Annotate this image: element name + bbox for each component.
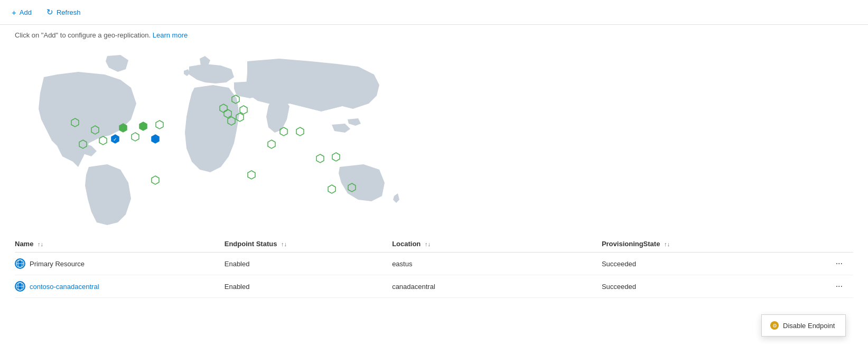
cell-endpoint-status: Enabled (225, 275, 392, 298)
svg-marker-0 (71, 118, 79, 127)
svg-marker-15 (240, 106, 247, 114)
svg-text:✓: ✓ (113, 137, 117, 142)
table-header-row: Name ↑↓ Endpoint Status ↑↓ Location ↑↓ P… (15, 236, 853, 253)
svg-marker-13 (228, 117, 235, 125)
data-table: Name ↑↓ Endpoint Status ↑↓ Location ↑↓ P… (15, 236, 853, 298)
cell-provisioning-state: Succeeded (602, 275, 811, 298)
col-header-name[interactable]: Name ↑↓ (15, 236, 225, 253)
resource-name[interactable]: contoso-canadacentral (30, 283, 99, 291)
sort-icon-location: ↑↓ (425, 241, 431, 247)
svg-marker-7 (132, 133, 139, 141)
svg-marker-18 (268, 140, 275, 148)
col-header-provisioning[interactable]: ProvisioningState ↑↓ (602, 236, 811, 253)
table-row: contoso-canadacentralEnabledcanadacentra… (15, 275, 853, 298)
map-marker[interactable] (151, 134, 160, 144)
info-bar: Click on "Add" to configure a geo-replic… (0, 25, 868, 45)
refresh-button[interactable]: ↻ Refresh (43, 5, 84, 19)
map-marker[interactable] (118, 123, 128, 133)
sort-icon-provisioning: ↑↓ (664, 241, 670, 247)
map-marker[interactable] (315, 154, 325, 163)
refresh-label: Refresh (57, 8, 81, 16)
map-marker[interactable] (155, 120, 164, 129)
add-label: Add (20, 8, 32, 16)
sort-icon-name: ↑↓ (38, 241, 43, 247)
table-section: Name ↑↓ Endpoint Status ↑↓ Location ↑↓ P… (0, 225, 868, 309)
svg-marker-1 (91, 126, 99, 134)
map-marker[interactable] (331, 152, 341, 162)
map-marker[interactable] (98, 136, 108, 145)
cell-location: eastus (392, 253, 602, 275)
map-marker[interactable] (247, 170, 256, 180)
svg-marker-4 (156, 120, 163, 129)
svg-marker-2 (119, 124, 127, 132)
toolbar: + Add ↻ Refresh (0, 0, 868, 25)
svg-marker-10 (232, 95, 239, 104)
map-marker[interactable]: ✓ (110, 134, 120, 144)
cell-endpoint-status: Enabled (225, 253, 392, 275)
svg-marker-22 (328, 185, 335, 193)
add-icon: + (12, 8, 16, 17)
svg-marker-16 (280, 127, 287, 136)
svg-marker-25 (152, 135, 159, 143)
resource-icon (15, 258, 25, 269)
map-marker[interactable] (239, 105, 248, 115)
map-marker[interactable] (138, 122, 148, 131)
world-map-svg (15, 45, 416, 225)
col-header-location[interactable]: Location ↑↓ (392, 236, 602, 253)
resource-name: Primary Resource (30, 260, 85, 268)
cell-name: contoso-canadacentral (15, 275, 225, 298)
cell-name: Primary Resource (15, 253, 225, 275)
svg-marker-3 (139, 122, 147, 130)
svg-marker-24 (152, 176, 159, 184)
cell-location: canadacentral (392, 275, 602, 298)
svg-marker-19 (316, 154, 324, 163)
svg-marker-20 (332, 153, 340, 161)
sort-icon-status: ↑↓ (281, 241, 287, 247)
map-marker[interactable] (295, 127, 305, 136)
map-marker[interactable] (70, 118, 80, 127)
map-marker[interactable] (151, 175, 160, 185)
map-marker[interactable] (279, 127, 288, 136)
add-button[interactable]: + Add (8, 6, 35, 19)
svg-marker-17 (296, 127, 304, 136)
cell-actions: ··· (811, 253, 853, 275)
col-header-endpoint-status[interactable]: Endpoint Status ↑↓ (225, 236, 392, 253)
map-marker[interactable] (130, 132, 140, 142)
map-marker[interactable] (327, 184, 337, 194)
svg-marker-8 (99, 136, 107, 145)
more-options-button[interactable]: ··· (832, 281, 847, 292)
resource-icon (15, 281, 25, 292)
table-body: Primary ResourceEnabledeastusSucceeded··… (15, 253, 853, 298)
table-row: Primary ResourceEnabledeastusSucceeded··… (15, 253, 853, 275)
cell-provisioning-state: Succeeded (602, 253, 811, 275)
svg-marker-9 (79, 140, 87, 148)
svg-marker-23 (348, 183, 356, 192)
map-marker[interactable] (90, 125, 100, 135)
map-marker[interactable] (347, 183, 357, 192)
more-options-button[interactable]: ··· (832, 258, 847, 269)
cell-actions: ··· (811, 275, 853, 298)
info-message: Click on "Add" to configure a geo-replic… (15, 31, 151, 39)
svg-marker-21 (248, 171, 255, 179)
map-marker[interactable] (231, 95, 240, 104)
map-marker[interactable] (267, 139, 276, 149)
refresh-icon: ↻ (46, 7, 53, 17)
col-header-actions (811, 236, 853, 253)
learn-more-link[interactable]: Learn more (153, 31, 188, 39)
map-container: ✓ (15, 45, 416, 225)
map-marker[interactable] (78, 139, 88, 149)
